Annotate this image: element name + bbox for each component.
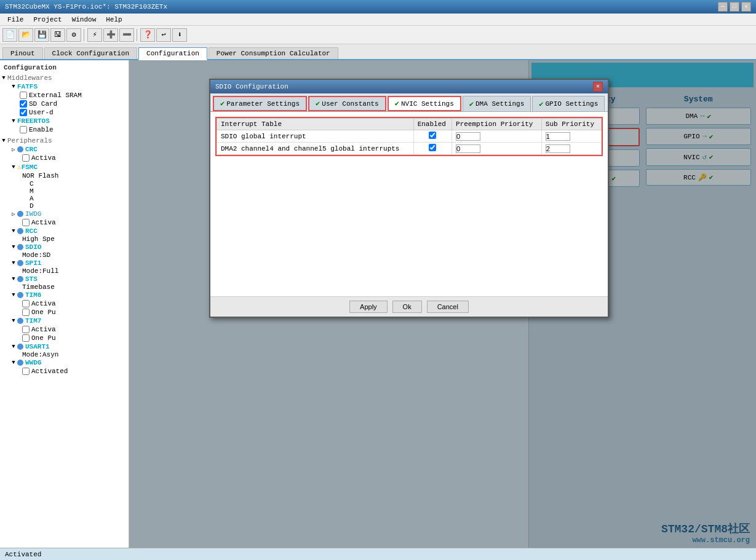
tim7-onepu-checkbox[interactable] (22, 334, 30, 342)
freertos-label[interactable]: FREERTOS (17, 117, 50, 125)
user-d-checkbox[interactable] (20, 109, 27, 116)
close-button[interactable]: ✕ (741, 2, 751, 12)
wwdg-item[interactable]: ▼ WWDG (10, 358, 129, 367)
modal-tab-gpio[interactable]: ✔ GPIO Settings (532, 96, 605, 111)
freertos-enable-checkbox[interactable] (20, 126, 27, 133)
fatfs-expand[interactable]: ▼ (10, 83, 17, 90)
wwdg-label[interactable]: WWDG (25, 359, 41, 366)
tim6-expand[interactable]: ▼ (10, 291, 17, 299)
modal-tab-nvic[interactable]: ✔ NVIC Settings (388, 96, 461, 111)
menu-help[interactable]: Help (101, 15, 127, 25)
sts-label[interactable]: STS (25, 275, 38, 283)
menu-file[interactable]: File (2, 15, 28, 25)
iwdg-item[interactable]: ▷ IWDG (10, 210, 129, 218)
toolbar-undo[interactable]: ↩ (156, 28, 171, 42)
fsmc-expand[interactable]: ▼ (10, 164, 17, 171)
toolbar-help[interactable]: ❓ (140, 28, 155, 42)
spi1-label[interactable]: SPI1 (25, 259, 41, 267)
sdio-sub-cell[interactable] (541, 130, 601, 143)
usart1-item[interactable]: ▼ USART1 (10, 342, 129, 351)
toolbar-open[interactable]: 📂 (18, 28, 33, 42)
crc-label[interactable]: CRC (25, 146, 38, 153)
crc-activate-checkbox[interactable] (22, 154, 30, 162)
minimize-button[interactable]: ─ (718, 2, 728, 12)
ok-button[interactable]: Ok (392, 301, 422, 313)
modal-title-bar: SDIO Configuration ✕ (210, 80, 608, 93)
tim7-item[interactable]: ▼ TIM7 (10, 317, 129, 325)
toolbar-add[interactable]: ➕ (103, 28, 118, 42)
tim6-item[interactable]: ▼ TIM6 (10, 291, 129, 299)
sdio-enabled-checkbox[interactable] (429, 132, 436, 139)
tab-clock[interactable]: Clock Configuration (44, 47, 137, 59)
sd-card-checkbox[interactable] (20, 100, 27, 108)
crc-expand[interactable]: ▷ (10, 146, 17, 153)
tim7-label[interactable]: TIM7 (25, 317, 41, 325)
sdio-enabled-cell[interactable] (413, 130, 452, 143)
cancel-button[interactable]: Cancel (427, 301, 469, 313)
crc-item[interactable]: ▷ CRC (10, 145, 129, 154)
sdio-preemption-input[interactable] (456, 132, 480, 141)
sdio-label[interactable]: SDIO (25, 243, 41, 251)
spi1-expand[interactable]: ▼ (10, 259, 17, 267)
tab-configuration[interactable]: Configuration (138, 47, 207, 60)
peripherals-expand[interactable]: ▼ (0, 137, 7, 144)
tim6-activate-checkbox[interactable] (22, 300, 30, 307)
usart1-label[interactable]: USART1 (25, 343, 50, 350)
toolbar-settings[interactable]: ⚙ (66, 28, 81, 42)
external-sram-checkbox[interactable] (20, 92, 27, 99)
menu-window[interactable]: Window (67, 15, 101, 25)
dma2-sub-input[interactable] (546, 144, 570, 153)
fsmc-label[interactable]: FSMC (22, 164, 38, 171)
tim7-activate-checkbox[interactable] (22, 326, 30, 333)
modal-close-button[interactable]: ✕ (593, 82, 603, 92)
fsmc-tree-item[interactable]: ▼ ⚠ FSMC (10, 162, 129, 172)
middlewares-expand[interactable]: ▼ (0, 74, 7, 82)
sdio-mode-label: Mode:SD (22, 251, 129, 259)
sidebar: Configuration ▼ Middlewares ▼ FATFS Exte… (0, 60, 129, 548)
spi1-item[interactable]: ▼ SPI1 (10, 259, 129, 267)
sdio-item[interactable]: ▼ SDIO (10, 243, 129, 251)
sdio-preemption-cell[interactable] (452, 130, 542, 143)
modal-tab-dma[interactable]: ✔ DMA Settings (463, 96, 531, 111)
dma2-sub-cell[interactable] (541, 143, 601, 155)
dma2-enabled-checkbox[interactable] (429, 144, 436, 151)
dma2-enabled-cell[interactable] (413, 143, 452, 155)
maximize-button[interactable]: □ (730, 2, 739, 12)
tim6-onepu-checkbox[interactable] (22, 309, 30, 316)
wwdg-expand[interactable]: ▼ (10, 359, 17, 366)
toolbar-generate[interactable]: ⚡ (87, 28, 102, 42)
freertos-expand[interactable]: ▼ (10, 117, 17, 125)
crc-activate-item: Activa (22, 154, 129, 162)
toolbar-save[interactable]: 💾 (34, 28, 49, 42)
toolbar-save2[interactable]: 🖫 (50, 28, 65, 42)
toolbar-remove[interactable]: ➖ (119, 28, 134, 42)
fatfs-item[interactable]: ▼ FATFS (10, 82, 129, 91)
tab-pinout[interactable]: Pinout (2, 47, 43, 59)
freertos-item[interactable]: ▼ FREERTOS (10, 117, 129, 125)
dma2-preemption-cell[interactable] (452, 143, 542, 155)
sdio-sub-input[interactable] (546, 132, 570, 141)
sts-expand[interactable]: ▼ (10, 275, 17, 283)
toolbar-new[interactable]: 📄 (2, 28, 17, 42)
rcc-expand[interactable]: ▼ (10, 227, 17, 235)
fatfs-label[interactable]: FATFS (17, 83, 38, 90)
wwdg-activated-checkbox[interactable] (22, 368, 30, 375)
menu-project[interactable]: Project (28, 15, 66, 25)
usart1-expand[interactable]: ▼ (10, 343, 17, 350)
iwdg-label[interactable]: IWDG (25, 210, 41, 218)
tim7-expand[interactable]: ▼ (10, 317, 17, 325)
tim6-label[interactable]: TIM6 (25, 291, 41, 299)
iwdg-activate-checkbox[interactable] (22, 219, 30, 226)
tab-power[interactable]: Power Consumption Calculator (209, 47, 338, 59)
dma2-preemption-input[interactable] (456, 144, 480, 153)
toolbar-down[interactable]: ⬇ (172, 28, 187, 42)
iwdg-expand[interactable]: ▷ (10, 210, 17, 218)
modal-tab-parameter[interactable]: ✔ Parameter Settings (213, 96, 307, 111)
apply-button[interactable]: Apply (349, 301, 388, 313)
fsmc-a: A (30, 195, 129, 202)
rcc-label[interactable]: RCC (25, 227, 38, 235)
sdio-expand[interactable]: ▼ (10, 243, 17, 251)
sts-item[interactable]: ▼ STS (10, 275, 129, 283)
rcc-item[interactable]: ▼ RCC (10, 227, 129, 235)
modal-tab-userconstants[interactable]: ✔ User Constants (308, 96, 386, 111)
